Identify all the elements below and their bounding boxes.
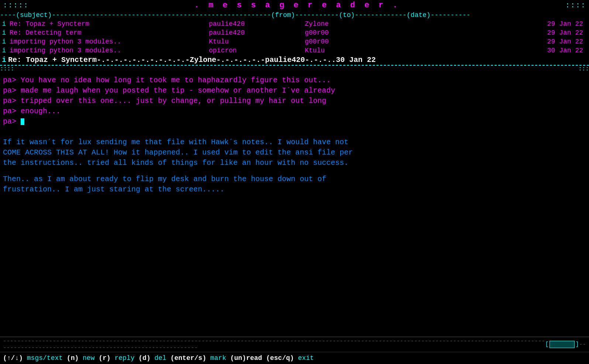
- msg-indicator-0: i: [0, 20, 7, 28]
- msg-from-2: Ktulu: [206, 38, 302, 45]
- statusbar-action-4: mark: [206, 354, 230, 362]
- message-list[interactable]: iRe: Topaz + Synctermpaulie420Zylone29 J…: [0, 20, 589, 66]
- statusbar-action-1: new: [79, 354, 99, 362]
- blank-line-1: [3, 127, 586, 134]
- msg-from-3: opicron: [206, 47, 302, 54]
- msg-from-1: paulie420: [206, 29, 302, 37]
- view-dots-right: :::: [578, 66, 589, 72]
- message-row-4[interactable]: iRe: Topaz + Syncterm-.-.-.-.-.-.-.-.-.-…: [0, 55, 589, 65]
- msg-indicator-1: i: [0, 29, 7, 37]
- statusbar-action-2: reply: [111, 354, 139, 362]
- scrollbar-track-right: --: [579, 341, 586, 348]
- message-row-2[interactable]: iimporting python 3 modules..Ktulug00r00…: [0, 37, 589, 46]
- title-dots-right: ::::: [565, 1, 586, 10]
- statusbar-action-3: del: [151, 354, 170, 362]
- msg-indicator-3: i: [0, 47, 7, 54]
- message-paragraph-0: If it wasn´t for lux sending me that fil…: [3, 137, 586, 168]
- title-bar: ::::: . m e s s a g e r e a d e r . ::::: [0, 0, 589, 11]
- statusbar-key-4: (enter/s): [170, 354, 206, 362]
- statusbar-key-1: (n): [67, 354, 79, 362]
- msg-to-2: g00r00: [302, 38, 398, 45]
- status-bar: (↑/↓) msgs/text (n) new (r) reply (d) de…: [0, 352, 589, 364]
- msg-subject-1: Re: Detecting term: [7, 29, 206, 37]
- msg-to-0: Zylone: [302, 20, 398, 28]
- title-text: . m e s s a g e r e a d e r .: [194, 1, 400, 10]
- msg-from-0: paulie420: [206, 20, 302, 28]
- msg-indicator-2: i: [0, 38, 7, 45]
- message-list-header: ----(subject)---------------------------…: [0, 11, 589, 20]
- quoted-line-0: pa> You have no idea how long it took me…: [3, 75, 586, 86]
- msg-date-0: 29 Jan 22: [398, 20, 589, 28]
- message-view-header: :::: :::: [0, 66, 589, 72]
- msg-indicator-4: i: [0, 56, 7, 64]
- quoted-line-4: pa>: [3, 117, 586, 127]
- msg-date-3: 30 Jan 22: [398, 47, 589, 54]
- scrollbar-area: ----------------------------------------…: [0, 337, 589, 352]
- title-dots-left: :::::: [3, 1, 29, 10]
- statusbar-key-6: (esc/q): [266, 354, 294, 362]
- quoted-line-2: pa> tripped over this one.... just by ch…: [3, 96, 586, 106]
- statusbar-key-5: (un)read: [230, 354, 266, 362]
- message-row-1[interactable]: iRe: Detecting termpaulie420g00r0029 Jan…: [0, 28, 589, 37]
- message-view: pa> You have no idea how long it took me…: [0, 74, 589, 337]
- statusbar-key-3: (d): [138, 354, 150, 362]
- statusbar-key-0: (↑/↓): [3, 354, 23, 362]
- message-row-3[interactable]: iimporting python 3 modules..opicronKtul…: [0, 46, 589, 55]
- msg-to-3: Ktulu: [302, 47, 398, 54]
- msg-subject-3: importing python 3 modules..: [7, 47, 206, 54]
- msg-date-1: 29 Jan 22: [398, 29, 589, 37]
- app-container: ::::: . m e s s a g e r e a d e r . ::::…: [0, 0, 589, 364]
- msg-to-1: g00r00: [302, 29, 398, 37]
- msg-subject-2: importing python 3 modules..: [7, 38, 206, 45]
- message-row-0[interactable]: iRe: Topaz + Synctermpaulie420Zylone29 J…: [0, 20, 589, 28]
- msg-date-2: 29 Jan 22: [398, 38, 589, 45]
- statusbar-key-2: (r): [99, 354, 110, 362]
- view-dots-left: ::::: [0, 66, 14, 72]
- scrollbar-thumb: [550, 341, 575, 348]
- message-paragraph-1: Then.. as I am about ready to flip my de…: [3, 174, 586, 195]
- statusbar-action-0: msgs/text: [23, 354, 67, 362]
- quoted-line-3: pa> enough...: [3, 106, 586, 117]
- quoted-line-1: pa> made me laugh when you posted the ti…: [3, 86, 586, 96]
- scrollbar-track-left: ----------------------------------------…: [3, 338, 545, 351]
- msg-subject-0: Re: Topaz + Syncterm: [7, 20, 206, 28]
- statusbar-action-6: exit: [294, 354, 314, 362]
